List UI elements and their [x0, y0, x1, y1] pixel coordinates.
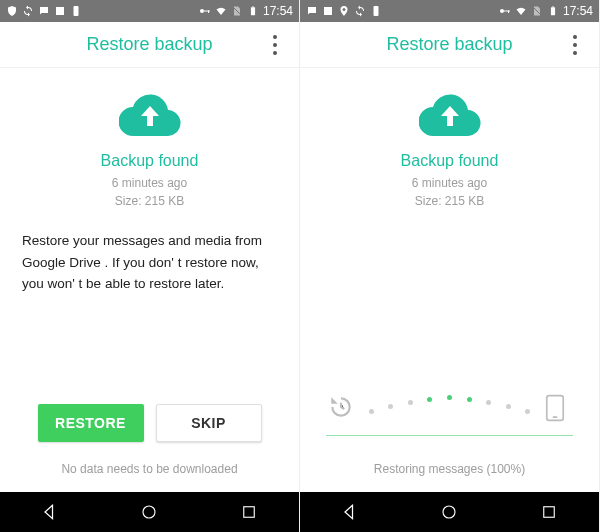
- backup-age: 6 minutes ago: [412, 176, 487, 190]
- svg-rect-13: [552, 6, 554, 7]
- backup-meta: 6 minutes ago Size: 215 KB: [112, 174, 187, 210]
- cloud-upload-icon: [119, 92, 181, 136]
- download-footnote: No data needs to be downloaded: [0, 462, 299, 476]
- restore-progress-animation: [328, 394, 571, 420]
- restore-button[interactable]: RESTORE: [38, 404, 144, 442]
- svg-rect-8: [374, 6, 379, 16]
- nav-back-button[interactable]: [330, 492, 370, 532]
- nav-back-button[interactable]: [30, 492, 70, 532]
- image-icon: [54, 5, 66, 17]
- overflow-menu-button[interactable]: [555, 22, 595, 68]
- phone-notif-icon: [70, 5, 82, 17]
- system-nav-bar: [300, 492, 599, 532]
- status-bar: 17:54: [0, 0, 299, 22]
- image-icon: [322, 5, 334, 17]
- nav-home-button[interactable]: [429, 492, 469, 532]
- wifi-icon: [515, 5, 527, 17]
- phone-icon: [545, 394, 571, 420]
- content-area: Backup found 6 minutes ago Size: 215 KB: [300, 68, 599, 492]
- phone-notif-icon: [370, 5, 382, 17]
- nav-recent-button[interactable]: [229, 492, 269, 532]
- svg-rect-17: [544, 507, 555, 518]
- app-header: Restore backup: [0, 22, 299, 68]
- page-title: Restore backup: [86, 34, 212, 55]
- progress-dots: [354, 395, 545, 419]
- cloud-upload-icon: [419, 92, 481, 136]
- svg-rect-10: [504, 11, 510, 12]
- svg-rect-5: [252, 6, 254, 7]
- shield-icon: [6, 5, 18, 17]
- nav-home-button[interactable]: [129, 492, 169, 532]
- skip-button[interactable]: SKIP: [156, 404, 262, 442]
- nav-recent-button[interactable]: [529, 492, 569, 532]
- backup-found-label: Backup found: [101, 152, 199, 170]
- progress-underline: [326, 435, 573, 436]
- more-vert-icon: [273, 33, 277, 57]
- more-vert-icon: [573, 33, 577, 57]
- app-header: Restore backup: [300, 22, 599, 68]
- status-time: 17:54: [263, 4, 293, 18]
- status-bar: 17:54: [300, 0, 599, 22]
- phone-screen-progress: 17:54 Restore backup Backup found 6 minu…: [300, 0, 600, 532]
- svg-point-1: [200, 9, 204, 13]
- backup-found-label: Backup found: [401, 152, 499, 170]
- svg-rect-3: [208, 11, 209, 14]
- battery-icon: [247, 5, 259, 17]
- no-sim-icon: [531, 5, 543, 17]
- backup-size: Size: 215 KB: [115, 194, 184, 208]
- overflow-menu-button[interactable]: [255, 22, 295, 68]
- backup-age: 6 minutes ago: [112, 176, 187, 190]
- svg-point-6: [143, 506, 155, 518]
- page-title: Restore backup: [386, 34, 512, 55]
- content-area: Backup found 6 minutes ago Size: 215 KB …: [0, 68, 299, 492]
- backup-size: Size: 215 KB: [415, 194, 484, 208]
- svg-rect-4: [251, 7, 255, 15]
- sync-icon: [22, 5, 34, 17]
- svg-point-9: [500, 9, 504, 13]
- sync-icon: [354, 5, 366, 17]
- svg-rect-0: [74, 6, 79, 16]
- phone-screen-prompt: 17:54 Restore backup Backup found 6 minu…: [0, 0, 300, 532]
- restore-description: Restore your messages and media from Goo…: [20, 230, 279, 295]
- system-nav-bar: [0, 492, 299, 532]
- svg-rect-12: [551, 7, 555, 15]
- chat-icon: [38, 5, 50, 17]
- action-buttons: RESTORE SKIP: [0, 404, 299, 442]
- restore-status: Restoring messages (100%): [300, 462, 599, 476]
- backup-meta: 6 minutes ago Size: 215 KB: [412, 174, 487, 210]
- svg-point-16: [443, 506, 455, 518]
- vpn-key-icon: [499, 5, 511, 17]
- svg-rect-2: [204, 11, 210, 12]
- battery-icon: [547, 5, 559, 17]
- location-icon: [338, 5, 350, 17]
- svg-rect-7: [244, 507, 255, 518]
- vpn-key-icon: [199, 5, 211, 17]
- chat-icon: [306, 5, 318, 17]
- history-icon: [328, 394, 354, 420]
- svg-rect-11: [508, 11, 509, 14]
- no-sim-icon: [231, 5, 243, 17]
- wifi-icon: [215, 5, 227, 17]
- status-time: 17:54: [563, 4, 593, 18]
- svg-rect-15: [553, 416, 558, 418]
